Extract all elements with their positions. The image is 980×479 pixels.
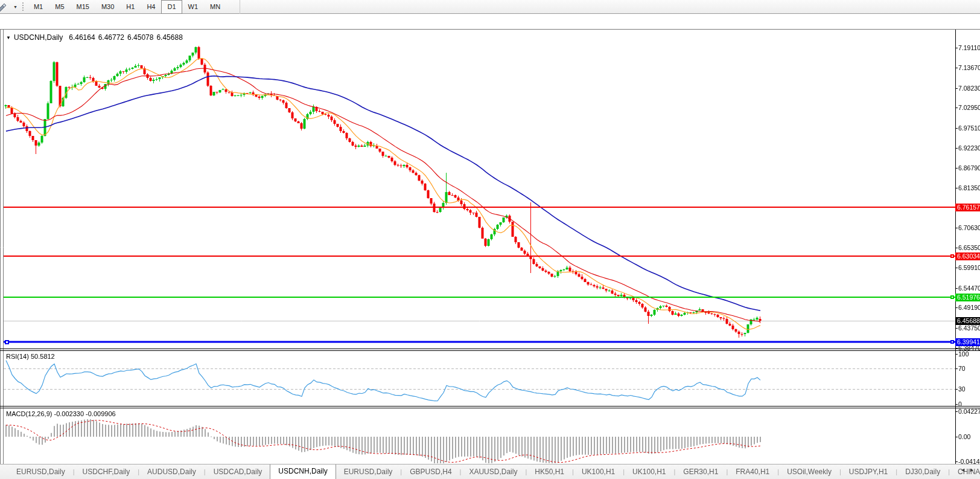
draw-tool-icon[interactable] xyxy=(0,1,13,13)
level-price-box: 6.51976 xyxy=(955,294,980,301)
chart-window: ▼USDCNH,Daily6.461646.467726.450786.4568… xyxy=(0,14,980,465)
price-tick-label: 7.13670 xyxy=(958,64,980,71)
tab-scroll-arrows: ◄► xyxy=(960,467,978,473)
tab-scroll-left-icon[interactable]: ◄ xyxy=(960,467,969,473)
tab-uk100-h1[interactable]: UK100,H1 xyxy=(625,465,673,478)
tab-usoil-weekly[interactable]: USOil,Weekly xyxy=(779,465,839,478)
ohlc-high: 6.46772 xyxy=(98,33,124,42)
timeframe-button-m15[interactable]: M15 xyxy=(71,0,95,14)
tab-eurusd-daily[interactable]: EURUSD,Daily xyxy=(336,465,401,478)
tab-audusd-daily[interactable]: AUDUSD,Daily xyxy=(139,465,204,478)
timeframe-button-m5[interactable]: M5 xyxy=(49,0,70,14)
price-tick-label: 6.54470 xyxy=(958,285,980,292)
price-tick-label: 6.92230 xyxy=(958,144,980,152)
chart-symbol-label: USDCNH,Daily xyxy=(14,33,63,42)
macd-indicator-label: MACD(12,26,9) -0.002330 -0.009906 xyxy=(6,410,116,417)
rsi-tick-label: 100 xyxy=(958,350,969,358)
price-tick-label: 6.65350 xyxy=(958,244,980,251)
toolbar-grip-handle[interactable] xyxy=(21,1,24,12)
chart-canvas[interactable] xyxy=(0,14,980,479)
mt4-terminal: { "toolbar": { "tool_icon": "draw-tool-i… xyxy=(0,0,980,479)
timeframe-button-group: M1M5M15M30H1H4D1W1MN xyxy=(28,0,240,14)
tab-gbpusd-h4[interactable]: GBPUSD,H4 xyxy=(402,465,459,478)
macd-tick-label: 0.00 xyxy=(958,433,970,440)
tab-usdcnh-daily[interactable]: USDCNH,Daily xyxy=(270,464,336,479)
level-price-box: 6.39941 xyxy=(955,338,980,346)
rsi-indicator-label: RSI(14) 50.5812 xyxy=(6,353,55,360)
price-tick-label: 6.97510 xyxy=(958,124,980,132)
timeframe-button-mn[interactable]: MN xyxy=(204,0,226,14)
rsi-tick-label: 0 xyxy=(958,400,962,408)
price-tick-label: 6.49190 xyxy=(958,304,980,311)
macd-tick-label: 0.042275 xyxy=(958,408,980,415)
chart-title-caret-icon[interactable]: ▼ xyxy=(6,35,11,40)
timeframe-button-h1[interactable]: H1 xyxy=(120,0,141,14)
price-tick-label: 6.81350 xyxy=(958,184,980,191)
ohlc-open: 6.46164 xyxy=(69,33,95,42)
timeframe-button-h4[interactable]: H4 xyxy=(141,0,161,14)
chart-title: ▼USDCNH,Daily6.461646.467726.450786.4568… xyxy=(6,33,186,42)
rsi-tick-label: 30 xyxy=(958,385,966,393)
tool-dropdown-icon[interactable]: ▼ xyxy=(13,5,18,9)
tab-usdjpy-h1[interactable]: USDJPY,H1 xyxy=(841,465,896,478)
tab-scroll-right-icon[interactable]: ► xyxy=(969,467,978,473)
tab-hk50-h1[interactable]: HK50,H1 xyxy=(527,465,572,478)
tab-uk100-h1[interactable]: UK100,H1 xyxy=(574,465,623,478)
chart-tab-bar: EURUSD,Daily|USDCHF,Daily|AUDUSD,Daily|U… xyxy=(0,464,980,479)
tab-eurusd-daily[interactable]: EURUSD,Daily xyxy=(8,465,73,478)
tab-ger30-h1[interactable]: GER30,H1 xyxy=(675,465,726,478)
timeframe-toolbar: ▼ M1M5M15M30H1H4D1W1MN xyxy=(0,0,980,14)
level-price-box: 6.63034 xyxy=(955,252,980,260)
timeframe-button-w1[interactable]: W1 xyxy=(182,0,205,14)
price-tick-label: 6.59910 xyxy=(958,264,980,271)
tab-xauusd-daily[interactable]: XAUUSD,Daily xyxy=(461,465,525,478)
ohlc-close: 6.45688 xyxy=(156,33,182,42)
timeframe-button-m1[interactable]: M1 xyxy=(28,0,49,14)
level-price-box: 6.76157 xyxy=(955,204,980,211)
price-tick-label: 6.86790 xyxy=(958,164,980,172)
tab-fra40-h1[interactable]: FRA40,H1 xyxy=(728,465,777,478)
price-tick-label: 7.19110 xyxy=(958,44,980,51)
timeframe-button-d1[interactable]: D1 xyxy=(161,0,182,14)
price-tick-label: 6.70630 xyxy=(958,224,980,231)
price-tick-label: 6.43750 xyxy=(958,324,980,332)
timeframe-button-m30[interactable]: M30 xyxy=(95,0,120,14)
price-tick-label: 7.02950 xyxy=(958,104,980,111)
current-price-box: 6.45688 xyxy=(955,317,980,325)
ohlc-low: 6.45078 xyxy=(127,33,153,42)
tab-usdchf-daily[interactable]: USDCHF,Daily xyxy=(75,465,138,478)
tab-dj30-daily[interactable]: DJ30,Daily xyxy=(897,465,948,478)
price-tick-label: 7.08230 xyxy=(958,85,980,92)
tab-usdcad-daily[interactable]: USDCAD,Daily xyxy=(206,465,270,478)
rsi-tick-label: 70 xyxy=(958,365,966,372)
